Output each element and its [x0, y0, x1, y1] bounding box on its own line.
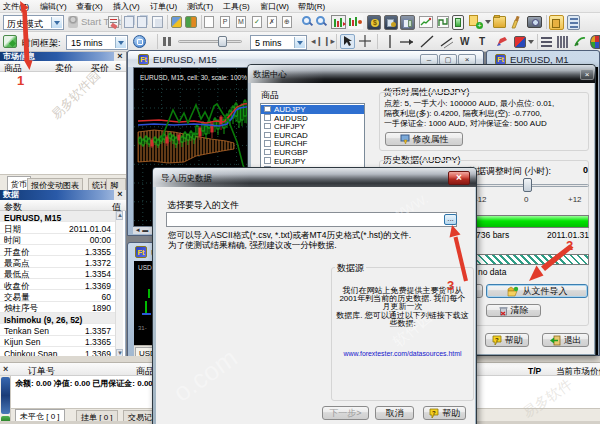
svg-text:EURUSD, M15, cell: 30, scale:: EURUSD, M15, cell: 30, scale: 100%	[140, 74, 247, 81]
svg-text:?: ?	[432, 409, 436, 415]
svg-text:?: ?	[495, 336, 499, 342]
